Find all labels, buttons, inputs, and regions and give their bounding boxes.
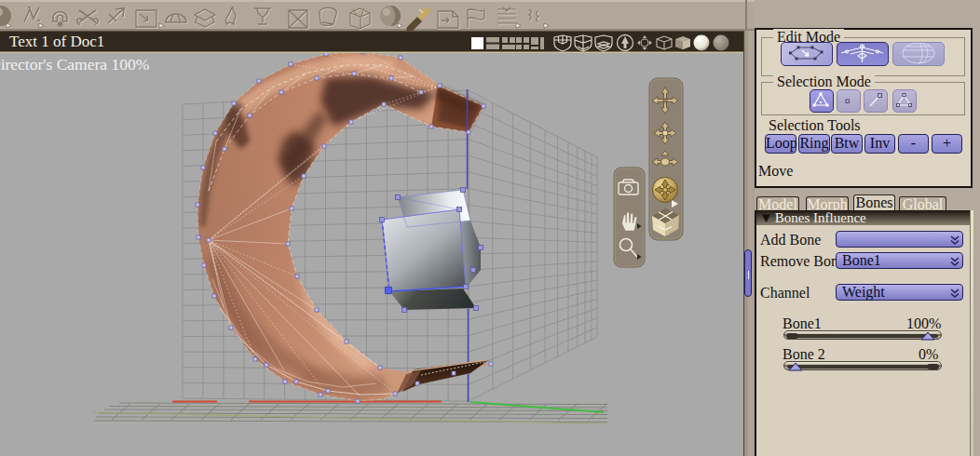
svg-text:Director's Camera 100%: Director's Camera 100% xyxy=(0,55,149,74)
svg-text:Text 1 of Doc1: Text 1 of Doc1 xyxy=(9,33,104,50)
